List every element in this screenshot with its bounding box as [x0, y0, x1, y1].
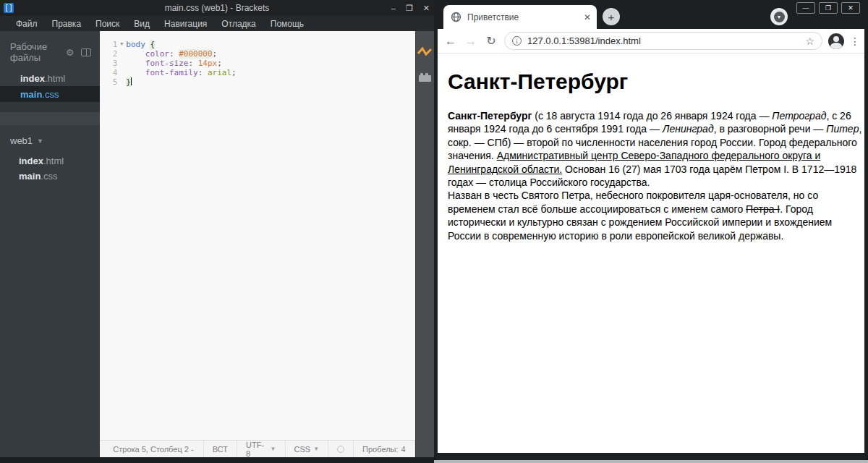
code-token: font-size	[145, 59, 189, 68]
code-line[interactable]: 5}	[100, 77, 414, 87]
maximize-button[interactable]: ❐	[406, 4, 413, 13]
maximize-button[interactable]: ❐	[819, 2, 838, 14]
code-token: #000000	[179, 49, 212, 59]
insert-mode-indicator[interactable]: ВСТ	[204, 441, 237, 457]
text-segment: Питер	[826, 123, 859, 135]
forward-button[interactable]: →	[464, 35, 478, 48]
language-select[interactable]: CSS ▼	[286, 441, 329, 457]
code-token: :	[169, 49, 179, 59]
code-token	[126, 59, 145, 68]
code-line[interactable]: 4 font-family: arial;	[100, 68, 414, 77]
window-bottom-edge	[0, 457, 434, 463]
code-line[interactable]: 1▼body {	[100, 40, 414, 49]
brackets-window: [] main.css (web1) - Brackets – ❐ ✕ Файл…	[0, 0, 434, 463]
brackets-sidebar: Рабочие файлы ⚙ index.htmlmain.css web1 …	[0, 31, 100, 457]
fold-arrow-icon[interactable]: ▼	[117, 40, 126, 49]
code-text: color: #000000;	[126, 49, 217, 59]
code-line[interactable]: 2 color: #000000;	[100, 49, 414, 59]
chevron-down-icon: ▼	[313, 446, 319, 452]
brackets-window-title: main.css (web1) - Brackets	[0, 3, 434, 13]
brackets-menubar: ФайлПравкаПоискВидНавигацияОтладкаПомощь	[0, 16, 434, 31]
file-ext: .css	[42, 89, 59, 100]
bookmark-star-icon[interactable]: ☆	[805, 35, 814, 47]
split-view-icon[interactable]	[81, 48, 91, 56]
menu-item-help[interactable]: Помощь	[263, 17, 311, 30]
menu-dots-icon[interactable]: ⋮	[850, 35, 859, 47]
tab-dropdown-button[interactable]: ▼	[770, 8, 788, 25]
menu-item-find[interactable]: Поиск	[88, 17, 127, 30]
code-line[interactable]: 3 font-size: 14px;	[100, 59, 414, 68]
desktop: [] main.css (web1) - Brackets – ❐ ✕ Файл…	[0, 0, 868, 463]
file-name: main	[19, 171, 41, 182]
close-button[interactable]: ✕	[841, 2, 860, 14]
file-item-main-css[interactable]: main.css	[0, 169, 100, 184]
chevron-down-icon: ▼	[37, 137, 43, 145]
code-editor[interactable]: 1▼body {2 color: #000000;3 font-size: 14…	[100, 31, 414, 440]
brackets-titlebar[interactable]: [] main.css (web1) - Brackets – ❐ ✕	[0, 0, 434, 16]
file-item-index-html[interactable]: index.html	[0, 70, 100, 86]
page-title: Санкт-Петербург	[448, 69, 854, 94]
code-token: body	[126, 40, 150, 49]
fold-gutter	[117, 59, 126, 68]
browser-toolbar: ← → ↻ i 127.0.0.1:53981/index.html ☆ ⋮	[438, 29, 864, 54]
working-files-gap	[0, 102, 100, 112]
code-token: {	[150, 40, 155, 49]
code-token: arial	[208, 68, 231, 77]
new-tab-button[interactable]: +	[603, 8, 620, 25]
code-text: font-family: arial;	[126, 68, 236, 77]
minimize-button[interactable]: –	[391, 4, 396, 12]
text-segment: Ленинград	[663, 123, 714, 135]
editor-statusbar: Строка 5, Столбец 2 - ВСТ UTF-8 ▼ CSS ▼	[100, 440, 414, 457]
file-ext: .css	[41, 171, 57, 182]
globe-favicon-icon	[451, 12, 461, 22]
code-token	[126, 49, 145, 59]
code-token: ;	[213, 49, 218, 59]
extension-manager-icon[interactable]	[419, 75, 431, 82]
menu-item-edit[interactable]: Правка	[45, 17, 89, 30]
page-paragraph: Санкт-Петербург (с 18 августа 1914 года …	[448, 109, 864, 242]
encoding-select[interactable]: UTF-8 ▼	[237, 441, 285, 457]
fold-gutter	[117, 49, 126, 59]
address-bar[interactable]: i 127.0.0.1:53981/index.html ☆	[504, 32, 822, 50]
profile-avatar[interactable]	[828, 33, 844, 49]
file-item-main-css[interactable]: main.css	[0, 86, 100, 102]
project-header[interactable]: web1 ▼	[0, 125, 100, 153]
browser-tab[interactable]: Приветствие ✕	[443, 5, 597, 29]
text-segment: Петра I	[746, 203, 780, 215]
reload-button[interactable]: ↻	[484, 34, 498, 48]
menu-item-view[interactable]: Вид	[127, 17, 157, 30]
close-button[interactable]: ✕	[423, 4, 430, 13]
code-text: }	[126, 77, 132, 87]
cursor-position: Строка 5, Столбец 2 -	[100, 441, 204, 457]
code-token: :	[198, 68, 208, 77]
code-text: body {	[126, 40, 155, 49]
lint-status[interactable]	[328, 441, 354, 457]
browser-tabstrip: Приветствие ✕ + ▼ — ❐ ✕	[438, 0, 864, 29]
project-name: web1	[10, 135, 33, 146]
text-segment: Санкт-Петербург	[448, 110, 532, 122]
text-cursor	[131, 77, 132, 85]
brackets-toolbar	[415, 31, 434, 457]
text-segment: (с 18 августа 1914 года до 26 января 192…	[532, 110, 772, 122]
text-segment: , в разговорной речи —	[714, 123, 827, 135]
site-info-icon[interactable]: i	[512, 36, 522, 46]
code-token: :	[188, 59, 197, 68]
live-preview-icon[interactable]	[417, 47, 432, 56]
minimize-button[interactable]: —	[796, 2, 815, 14]
indent-setting[interactable]: Пробелы: 4	[354, 441, 415, 457]
menu-item-file[interactable]: Файл	[9, 17, 45, 30]
sidebar-separator	[0, 112, 100, 125]
back-button[interactable]: ←	[443, 35, 458, 48]
url-text[interactable]: 127.0.0.1:53981/index.html	[527, 35, 799, 46]
code-token: font-family	[145, 68, 198, 77]
menu-item-navigate[interactable]: Навигация	[157, 17, 214, 30]
tab-close-icon[interactable]: ✕	[584, 12, 591, 22]
text-segment: Петроград	[772, 110, 826, 122]
file-item-index-html[interactable]: index.html	[0, 153, 100, 169]
code-text: font-size: 14px;	[126, 59, 221, 68]
gear-icon[interactable]: ⚙	[66, 47, 75, 58]
menu-item-debug[interactable]: Отладка	[214, 17, 263, 30]
file-name: main	[20, 89, 42, 100]
file-ext: .html	[43, 156, 64, 166]
working-files-header: Рабочие файлы	[10, 41, 66, 63]
